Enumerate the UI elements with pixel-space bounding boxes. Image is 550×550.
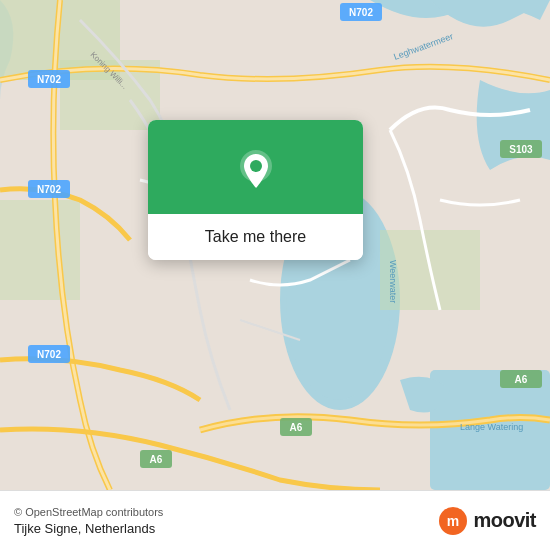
svg-text:Weerwater: Weerwater (388, 260, 398, 303)
svg-text:S103: S103 (509, 144, 533, 155)
popup-green-area (148, 120, 363, 214)
popup-card: Take me there (148, 120, 363, 260)
bottom-bar: © OpenStreetMap contributors Tijke Signe… (0, 490, 550, 550)
moovit-logo: m moovit (438, 506, 536, 536)
moovit-brand-name: moovit (473, 509, 536, 532)
svg-text:N702: N702 (37, 74, 61, 85)
svg-text:N702: N702 (349, 7, 373, 18)
map-attribution: © OpenStreetMap contributors (14, 506, 163, 518)
take-me-there-button[interactable]: Take me there (148, 214, 363, 260)
svg-text:N702: N702 (37, 184, 61, 195)
map-container: N702 N702 N702 N702 S103 A6 A6 A6 Leghwa… (0, 0, 550, 490)
svg-text:A6: A6 (515, 374, 528, 385)
moovit-brand-icon: m (438, 506, 468, 536)
svg-text:A6: A6 (150, 454, 163, 465)
bottom-left-info: © OpenStreetMap contributors Tijke Signe… (14, 506, 163, 536)
svg-point-29 (250, 160, 262, 172)
location-label: Tijke Signe, Netherlands (14, 521, 163, 536)
svg-rect-6 (0, 200, 80, 300)
svg-text:N702: N702 (37, 349, 61, 360)
location-pin-icon (234, 148, 278, 192)
svg-text:m: m (447, 513, 459, 529)
svg-text:A6: A6 (290, 422, 303, 433)
svg-text:Lange Watering: Lange Watering (460, 422, 523, 432)
